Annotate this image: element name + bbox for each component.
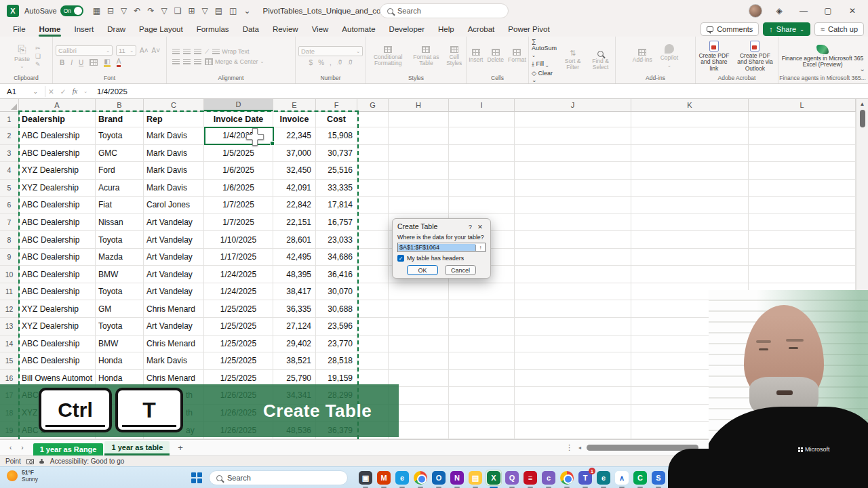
cell[interactable]: 37,000	[273, 145, 316, 163]
cell[interactable]	[749, 127, 856, 145]
finance-agents-button[interactable]: Finance agents in Microsoft 365 Excel (P…	[781, 45, 864, 68]
cell[interactable]	[631, 214, 749, 232]
row-header-3[interactable]: 3	[0, 145, 19, 163]
tab-help[interactable]: Help	[432, 23, 460, 35]
cell[interactable]	[389, 127, 449, 145]
cell[interactable]	[449, 112, 515, 127]
cell[interactable]: ABC Dealership	[19, 266, 96, 283]
paint-icon[interactable]: e	[394, 470, 410, 486]
cell[interactable]	[449, 405, 515, 422]
cell[interactable]: ABC Dealership	[19, 283, 96, 301]
column-header-K[interactable]: K	[631, 99, 749, 111]
cell[interactable]: Toyota	[96, 283, 144, 301]
cell[interactable]	[631, 162, 749, 180]
cell[interactable]: 42,091	[273, 180, 316, 197]
tab-insert[interactable]: Insert	[68, 23, 100, 35]
row-header-5[interactable]: 5	[0, 180, 19, 197]
comma-icon[interactable]: ,	[330, 59, 332, 66]
cell[interactable]	[357, 318, 389, 336]
cell[interactable]: Cost	[316, 112, 357, 127]
tab-power-pivot[interactable]: Power Pivot	[502, 23, 555, 35]
cell[interactable]: 15,908	[316, 127, 357, 145]
taskbar-search[interactable]: Search	[209, 470, 348, 485]
format-as-table-button[interactable]: Format as Table	[412, 46, 439, 67]
row-header-14[interactable]: 14	[0, 336, 19, 353]
cell[interactable]: GM	[96, 300, 144, 318]
row-header-8[interactable]: 8	[0, 231, 19, 249]
cell[interactable]: Nissan	[96, 214, 144, 232]
column-header-G[interactable]: G	[357, 99, 389, 111]
cell[interactable]: Art Vandelay	[144, 266, 204, 283]
help-icon[interactable]: ?	[466, 223, 475, 230]
cell[interactable]: Mark Davis	[144, 127, 204, 145]
cell[interactable]	[515, 300, 631, 318]
align-bottom-icon[interactable]	[194, 49, 201, 54]
cell[interactable]: 1/17/2025	[204, 249, 273, 266]
cell[interactable]	[357, 145, 389, 163]
cell[interactable]	[449, 197, 515, 214]
grow-font-icon[interactable]: A˄	[140, 47, 149, 54]
cell[interactable]	[631, 127, 749, 145]
catchup-button[interactable]: ≈Catch up	[814, 22, 864, 36]
cell[interactable]: 30,070	[316, 283, 357, 301]
headers-checkbox-row[interactable]: ✓ My table has headers	[397, 255, 486, 262]
cell[interactable]: Invoice Date	[204, 112, 273, 127]
m365-icon[interactable]: M	[376, 470, 392, 486]
minimize-button[interactable]: —	[796, 6, 811, 16]
cut-icon[interactable]: ✂	[35, 45, 41, 52]
tab-view[interactable]: View	[306, 23, 335, 35]
cell[interactable]: Toyota	[96, 318, 144, 336]
row-header-7[interactable]: 7	[0, 214, 19, 232]
chat-app-icon[interactable]: c	[540, 470, 557, 486]
cell[interactable]	[449, 162, 515, 180]
cell[interactable]	[357, 336, 389, 353]
align-left-icon[interactable]	[172, 59, 180, 64]
cell[interactable]	[631, 231, 749, 249]
cell[interactable]: 34,686	[316, 249, 357, 266]
cell[interactable]	[357, 197, 389, 214]
cell[interactable]: 1/25/2025	[204, 352, 273, 370]
row-header-15[interactable]: 15	[0, 352, 19, 370]
funnel-icon[interactable]: ▽	[202, 6, 208, 16]
cell[interactable]	[389, 145, 449, 163]
row-header-9[interactable]: 9	[0, 249, 19, 266]
cell[interactable]	[749, 112, 856, 127]
cell[interactable]: 1/25/2025	[204, 318, 273, 336]
cell[interactable]: Art Vandelay	[144, 283, 204, 301]
cell[interactable]	[449, 318, 515, 336]
close-icon[interactable]: ✕	[475, 223, 486, 230]
cell[interactable]: 36,416	[316, 266, 357, 283]
cell[interactable]	[515, 387, 631, 405]
cell[interactable]	[515, 180, 631, 197]
format-painter-icon[interactable]: ✎	[35, 61, 41, 68]
cell[interactable]: 1/4/2025	[204, 127, 273, 145]
column-header-F[interactable]: F	[316, 99, 357, 111]
font-name-select[interactable]: Calibri⌄	[56, 45, 113, 56]
bold-button[interactable]: B	[60, 59, 64, 66]
insert-cells-button[interactable]: Insert	[469, 49, 483, 64]
wrap-text-button[interactable]: Wrap Text	[222, 48, 249, 55]
select-all-corner[interactable]	[0, 99, 19, 111]
cell[interactable]: GMC	[96, 145, 144, 163]
sheet-tab-table[interactable]: 1 year as table	[104, 441, 170, 455]
row-header-1[interactable]: 1	[0, 112, 19, 127]
cell[interactable]	[515, 231, 631, 249]
number-format-select[interactable]: Date⌄	[298, 46, 363, 56]
prev-sheet-icon[interactable]: ‹	[9, 444, 12, 451]
cell[interactable]: Invoice	[273, 112, 316, 127]
tab-automate[interactable]: Automate	[336, 23, 381, 35]
snagit-icon[interactable]: S	[650, 470, 667, 486]
share-button[interactable]: ↑Share⌄	[763, 22, 810, 36]
cell[interactable]	[631, 145, 749, 163]
cell[interactable]: BMW	[96, 266, 144, 283]
merge-center-button[interactable]: Merge & Center	[215, 58, 258, 65]
sheet-tab-range[interactable]: 1 year as Range	[33, 443, 104, 455]
cell[interactable]	[357, 266, 389, 283]
cell[interactable]: 1/6/2025	[204, 180, 273, 197]
add-sheet-button[interactable]: +	[171, 443, 190, 453]
edge-icon[interactable]: e	[595, 470, 612, 486]
fill-color-icon[interactable]: ◧	[104, 58, 110, 67]
confirm-entry-icon[interactable]: ✓	[60, 87, 66, 96]
camtasia-icon[interactable]: C	[632, 470, 648, 486]
row-header-4[interactable]: 4	[0, 162, 19, 180]
